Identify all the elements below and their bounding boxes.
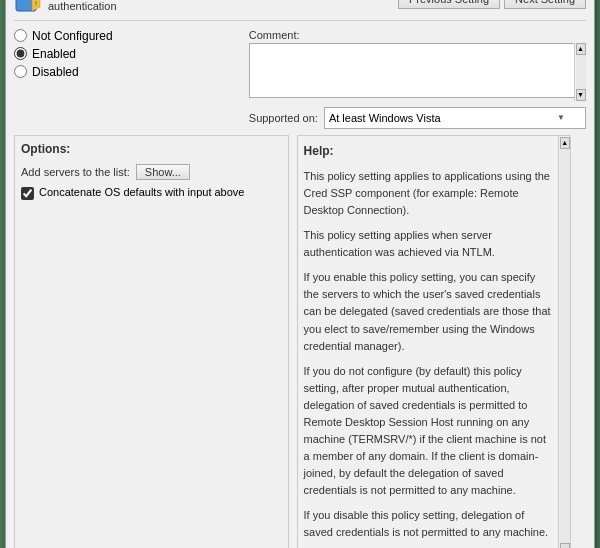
main-window: Allow delegating saved credentials with …	[5, 0, 595, 548]
comment-label: Comment:	[249, 29, 586, 41]
top-row: Not Configured Enabled Disabled Comment:	[14, 29, 586, 129]
previous-setting-button[interactable]: Previous Setting	[398, 0, 500, 9]
options-help-wrapper: Options: Add servers to the list: Show..…	[14, 135, 586, 548]
help-para-1: This policy setting applies to applicati…	[304, 168, 553, 219]
supported-row: Supported on: At least Windows Vista ▼	[249, 107, 586, 129]
radio-panel: Not Configured Enabled Disabled	[14, 29, 243, 129]
not-configured-radio[interactable]: Not Configured	[14, 29, 243, 43]
content-area: ! Allow delegating saved credentials wit…	[6, 0, 594, 548]
supported-value: At least Windows Vista	[329, 112, 441, 124]
radio-group: Not Configured Enabled Disabled	[14, 29, 243, 79]
policy-icon: !	[14, 0, 42, 13]
comment-scroll-down[interactable]: ▼	[576, 89, 586, 101]
comment-area-wrapper: ▲ ▼	[249, 43, 586, 101]
help-para-5: If you disable this policy setting, dele…	[304, 507, 553, 541]
show-button[interactable]: Show...	[136, 164, 190, 180]
options-panel: Options: Add servers to the list: Show..…	[14, 135, 289, 548]
options-title: Options:	[21, 142, 282, 156]
concatenate-row: Concatenate OS defaults with input above	[21, 186, 282, 200]
help-scrollbar: ▲ ▼	[558, 136, 570, 548]
comment-scroll-up[interactable]: ▲	[576, 43, 586, 55]
dropdown-arrow-icon: ▼	[557, 113, 565, 122]
disabled-label: Disabled	[32, 65, 79, 79]
help-scroll-body	[560, 149, 570, 544]
comment-panel: Comment: ▲ ▼ Supported on: At least Wind…	[249, 29, 586, 129]
help-scroll-down[interactable]: ▼	[560, 543, 570, 548]
add-servers-label: Add servers to the list:	[21, 166, 130, 178]
enabled-radio[interactable]: Enabled	[14, 47, 243, 61]
help-panel: Help: This policy setting applies to app…	[297, 135, 572, 548]
header-row: ! Allow delegating saved credentials wit…	[14, 0, 586, 21]
help-para-4: If you do not configure (by default) thi…	[304, 363, 553, 499]
help-text-area: Help: This policy setting applies to app…	[298, 136, 559, 548]
next-setting-button[interactable]: Next Setting	[504, 0, 586, 9]
comment-scroll-body	[576, 55, 586, 89]
help-scroll-up[interactable]: ▲	[560, 137, 570, 149]
comment-scrollbar: ▲ ▼	[574, 43, 586, 101]
supported-dropdown[interactable]: At least Windows Vista ▼	[324, 107, 586, 129]
enabled-label: Enabled	[32, 47, 76, 61]
help-title: Help:	[304, 142, 553, 161]
comment-input[interactable]	[249, 43, 586, 98]
help-para-2: This policy setting applies when server …	[304, 227, 553, 261]
supported-label: Supported on:	[249, 112, 318, 124]
svg-text:!: !	[35, 0, 37, 7]
header-buttons: Previous Setting Next Setting	[398, 0, 586, 9]
add-servers-row: Add servers to the list: Show...	[21, 164, 282, 180]
header-left: ! Allow delegating saved credentials wit…	[14, 0, 398, 14]
concatenate-label: Concatenate OS defaults with input above	[39, 186, 244, 198]
not-configured-label: Not Configured	[32, 29, 113, 43]
header-subtitle: Allow delegating saved credentials with …	[48, 0, 368, 14]
disabled-radio[interactable]: Disabled	[14, 65, 243, 79]
help-para-3: If you enable this policy setting, you c…	[304, 269, 553, 354]
concatenate-checkbox[interactable]	[21, 187, 34, 200]
